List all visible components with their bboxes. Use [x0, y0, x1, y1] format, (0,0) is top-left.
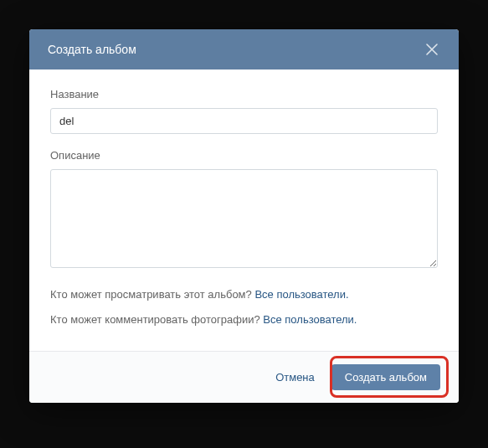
- privacy-comment-row: Кто может комментировать фотографии? Все…: [50, 312, 438, 328]
- privacy-view-row: Кто может просматривать этот альбом? Все…: [50, 286, 438, 303]
- privacy-comment-question: Кто может комментировать фотографии?: [50, 313, 263, 326]
- name-field-group: Название: [50, 88, 438, 134]
- privacy-view-link[interactable]: Все пользователи.: [254, 288, 348, 301]
- close-icon: [426, 44, 438, 55]
- modal-title: Создать альбом: [48, 43, 136, 56]
- modal-header: Создать альбом: [29, 29, 459, 70]
- close-button[interactable]: [424, 41, 440, 58]
- privacy-view-question: Кто может просматривать этот альбом?: [50, 288, 254, 301]
- name-label: Название: [50, 88, 438, 100]
- create-album-modal: Создать альбом Название Описание Кто мож…: [29, 29, 459, 403]
- description-label: Описание: [50, 149, 438, 162]
- description-textarea[interactable]: [50, 169, 438, 268]
- modal-body: Название Описание Кто может просматриват…: [29, 70, 459, 351]
- name-input[interactable]: [50, 108, 438, 134]
- description-field-group: Описание: [50, 149, 438, 271]
- privacy-comment-link[interactable]: Все пользователи.: [263, 313, 357, 326]
- modal-footer: Отмена Создать альбом: [29, 351, 459, 403]
- submit-button[interactable]: Создать альбом: [331, 364, 440, 390]
- cancel-button[interactable]: Отмена: [270, 364, 320, 390]
